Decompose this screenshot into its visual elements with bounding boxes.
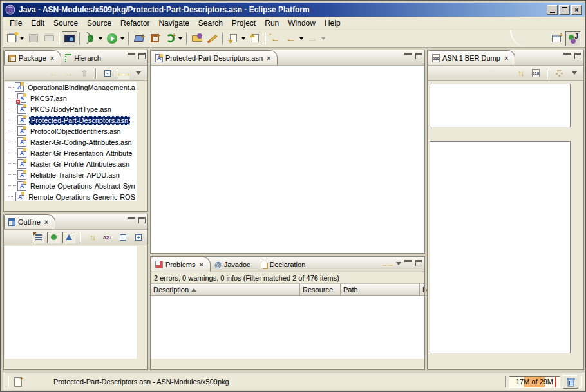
tab-ber-dump[interactable]: 010 ASN.1 BER Dump × xyxy=(428,50,515,65)
menu-search[interactable]: Search xyxy=(194,17,227,29)
minimize-view-icon[interactable] xyxy=(563,53,571,59)
close-tab-icon[interactable]: × xyxy=(199,261,203,268)
tab-javadoc[interactable]: @ Javadoc xyxy=(211,257,257,272)
brush-button[interactable] xyxy=(205,31,220,46)
refresh-button[interactable]: + xyxy=(162,31,178,46)
java-perspective-button[interactable]: J xyxy=(565,31,581,46)
run-dropdown[interactable] xyxy=(120,37,124,40)
menu-edit[interactable]: Edit xyxy=(26,17,49,29)
tab-hierarchy[interactable]: Hierarch xyxy=(61,50,108,65)
tab-outline[interactable]: Outline × xyxy=(4,214,55,229)
maximize-view-icon[interactable] xyxy=(415,53,422,59)
close-tab-icon[interactable]: × xyxy=(50,54,54,62)
tab-problems[interactable]: Problems × xyxy=(151,257,211,272)
maximize-view-icon[interactable] xyxy=(415,260,422,266)
package-file-row[interactable]: APKCS7BodyPartType.asn xyxy=(5,104,137,115)
binary-view-icon[interactable]: 010 xyxy=(529,68,542,79)
package-file-row[interactable]: A×PKCS7.asn xyxy=(5,93,137,104)
fast-view-icon[interactable]: + xyxy=(14,377,22,387)
run-button[interactable] xyxy=(104,31,120,46)
maximize-view-icon[interactable] xyxy=(138,217,146,223)
forward-dropdown[interactable] xyxy=(321,37,325,40)
menu-window[interactable]: Window xyxy=(283,17,320,29)
menu-refactor[interactable]: Refactor xyxy=(116,17,154,29)
debug-button[interactable] xyxy=(82,31,98,46)
asn-capture-button[interactable] xyxy=(62,31,77,46)
debug-dropdown[interactable] xyxy=(99,37,102,40)
ber-decode-pane[interactable] xyxy=(430,141,571,353)
link-outline-icon[interactable]: ↑↓ xyxy=(86,232,99,243)
tab-editor[interactable]: A Protected-Part-Descriptors.asn × xyxy=(151,50,278,65)
new-wizard-dropdown[interactable] xyxy=(20,37,24,40)
title-bar[interactable]: Java - ASN-Modules/x509pkg/Protected-Par… xyxy=(3,3,585,17)
view-menu-icon[interactable] xyxy=(568,68,581,79)
view-menu-icon[interactable] xyxy=(396,262,401,265)
back-dropdown[interactable] xyxy=(299,37,303,40)
minimize-view-icon[interactable] xyxy=(128,217,135,223)
toggle-values-icon[interactable] xyxy=(47,232,60,243)
view-menu-icon[interactable] xyxy=(132,68,145,79)
settings-gear-icon[interactable] xyxy=(553,68,565,79)
menu-run[interactable]: Run xyxy=(260,17,283,29)
last-edit-location-button[interactable]: ← * xyxy=(268,31,283,46)
close-button[interactable]: × xyxy=(571,5,582,15)
minimize-view-icon[interactable] xyxy=(404,53,412,59)
column-description[interactable]: Description xyxy=(151,284,300,296)
open-perspective-button[interactable]: + xyxy=(549,31,564,46)
toggle-types-icon[interactable] xyxy=(62,232,75,243)
new-grid-button[interactable]: + xyxy=(147,31,162,46)
toggle-imports-icon[interactable] xyxy=(32,232,44,243)
column-path[interactable]: Path xyxy=(341,284,420,296)
minimize-view-icon[interactable] xyxy=(128,53,135,59)
package-file-row[interactable]: ARemote-Operations-Generic-ROS xyxy=(5,191,137,201)
menu-source[interactable]: Source xyxy=(49,17,82,29)
menu-file[interactable]: File xyxy=(5,17,26,29)
code-editor[interactable] xyxy=(151,66,424,253)
menu-source[interactable]: Source xyxy=(82,17,116,29)
refresh-dump-icon[interactable]: ↑↓ xyxy=(514,68,527,79)
package-file-row[interactable]: ARaster-Gr-Profile-Attributes.asn xyxy=(5,158,137,169)
garbage-collect-button[interactable] xyxy=(563,375,578,389)
new-wizard-button[interactable] xyxy=(4,31,19,46)
package-file-row[interactable]: AProtected-Part-Descriptors.asn xyxy=(5,115,137,126)
package-file-row[interactable]: AProtocolObjectIdentifiers.asn xyxy=(5,126,137,136)
ber-tree-pane[interactable] xyxy=(430,84,571,127)
package-file-row[interactable]: AOperationalBindingManagement.a xyxy=(5,82,137,93)
minimize-view-icon[interactable] xyxy=(404,260,412,266)
collapse-all-icon[interactable]: - xyxy=(101,68,114,79)
new-ber-dump-button[interactable]: + xyxy=(131,31,147,46)
refresh-dropdown[interactable] xyxy=(178,37,182,40)
close-tab-icon[interactable]: × xyxy=(504,54,508,62)
column-resource[interactable]: Resource xyxy=(300,284,341,296)
menu-project[interactable]: Project xyxy=(227,17,260,29)
maximize-button[interactable] xyxy=(559,5,570,15)
maximize-view-icon[interactable] xyxy=(138,53,146,59)
forward-button[interactable]: → xyxy=(305,31,321,46)
heap-status[interactable]: 17M of 29M xyxy=(509,376,560,388)
package-file-row[interactable]: AReliable-Transfer-APDU.asn xyxy=(5,169,137,180)
package-file-row[interactable]: ARemote-Operations-Abstract-Syn xyxy=(5,180,137,191)
expand-all-icon[interactable]: + xyxy=(132,232,145,243)
back-button[interactable]: ← xyxy=(283,31,299,46)
print-button[interactable] xyxy=(41,31,57,46)
tab-package-explorer[interactable]: Package × xyxy=(4,50,61,65)
close-tab-icon[interactable]: × xyxy=(44,218,48,226)
go-up-icon[interactable]: ⇧ xyxy=(78,68,91,79)
open-resource-button[interactable] xyxy=(189,31,205,46)
forward-history-icon[interactable]: → xyxy=(62,68,75,79)
collapse-all-icon[interactable]: - xyxy=(117,232,129,243)
maximize-view-icon[interactable] xyxy=(574,53,581,59)
save-button[interactable] xyxy=(26,31,41,46)
next-annotation-dropdown[interactable] xyxy=(241,37,245,40)
next-annotation-button[interactable] xyxy=(225,31,241,46)
link-with-editor-icon[interactable]: ←→ xyxy=(117,68,129,79)
minimize-button[interactable] xyxy=(547,5,558,15)
sort-alpha-icon[interactable]: az↓ xyxy=(101,232,114,243)
menu-help[interactable]: Help xyxy=(320,17,345,29)
back-history-icon[interactable]: ← xyxy=(47,68,60,79)
tab-declaration[interactable]: Declaration xyxy=(257,257,312,272)
package-file-row[interactable]: ARaster-Gr-Coding-Attributes.asn xyxy=(5,136,137,147)
previous-annotation-button[interactable] xyxy=(247,31,263,46)
filter-icon[interactable]: →→ xyxy=(381,260,393,268)
close-tab-icon[interactable]: × xyxy=(267,54,270,62)
